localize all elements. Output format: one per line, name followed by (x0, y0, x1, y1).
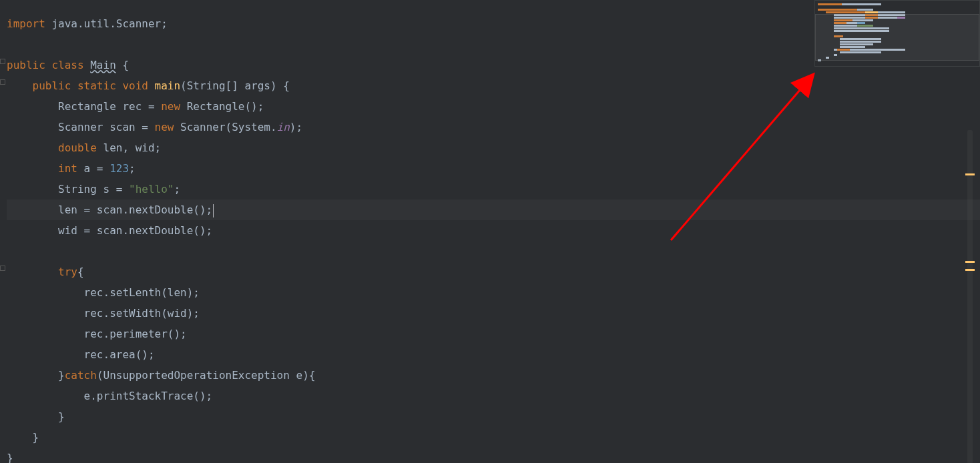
code-line-15[interactable]: rec.setWidth(wid); (7, 303, 980, 324)
code-content[interactable]: import java.util.Scanner; public class M… (0, 0, 980, 463)
gutter-warning-mark[interactable] (965, 261, 975, 263)
gutter-warning-mark[interactable] (965, 269, 975, 271)
code-line-7[interactable]: double len, wid; (7, 137, 980, 158)
fold-indicator[interactable] (0, 59, 5, 64)
code-line-13[interactable]: try{ (7, 262, 980, 282)
code-line-16[interactable]: rec.perimeter(); (7, 324, 980, 344)
code-line-18[interactable]: }catch(UnsupportedOperationException e){ (7, 365, 980, 386)
code-line-20[interactable]: } (7, 406, 980, 427)
right-gutter (965, 0, 975, 463)
code-line-14[interactable]: rec.setLenth(len); (7, 282, 980, 303)
code-line-6[interactable]: Scanner scan = new Scanner(System.in); (7, 117, 980, 137)
annotation-arrow-icon (668, 70, 821, 244)
code-line-11[interactable]: wid = scan.nextDouble(); (7, 220, 980, 241)
minimap-viewport[interactable] (815, 14, 979, 61)
gutter-warning-mark[interactable] (965, 173, 975, 175)
code-editor[interactable]: import java.util.Scanner; public class M… (0, 0, 980, 463)
code-line-12[interactable] (7, 241, 980, 262)
fold-indicator[interactable] (0, 79, 5, 85)
fold-gutter (0, 13, 5, 463)
code-line-22[interactable]: } (7, 448, 980, 463)
code-line-21[interactable]: } (7, 427, 980, 448)
svg-line-0 (671, 75, 812, 240)
fold-indicator[interactable] (0, 266, 5, 271)
minimap[interactable] (814, 0, 980, 67)
code-line-10-current[interactable]: len = scan.nextDouble(); (7, 199, 980, 220)
code-line-4[interactable]: public static void main(String[] args) { (7, 75, 980, 96)
scrollbar-track[interactable] (967, 130, 973, 463)
code-line-17[interactable]: rec.area(); (7, 344, 980, 365)
code-line-8[interactable]: int a = 123; (7, 158, 980, 179)
text-cursor (213, 204, 214, 217)
code-line-9[interactable]: String s = "hello"; (7, 179, 980, 199)
code-line-5[interactable]: Rectangle rec = new Rectangle(); (7, 96, 980, 117)
code-line-19[interactable]: e.printStackTrace(); (7, 386, 980, 406)
